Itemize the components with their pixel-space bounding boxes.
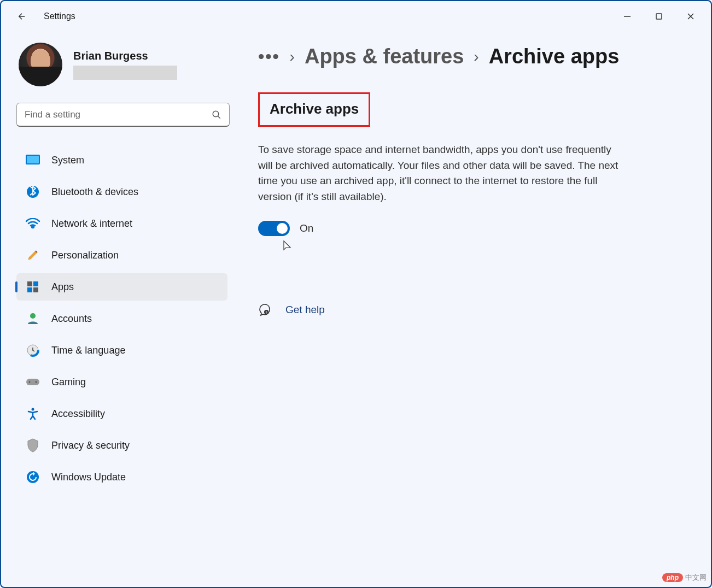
svg-rect-8 bbox=[33, 281, 38, 286]
sidebar-item-label: Gaming bbox=[51, 377, 86, 388]
archive-toggle-row: On bbox=[258, 221, 711, 236]
sidebar-item-label: Windows Update bbox=[51, 472, 126, 483]
sidebar: Brian Burgess System Bluetooth & devices… bbox=[1, 32, 236, 587]
sidebar-item-apps[interactable]: Apps bbox=[16, 273, 227, 301]
minimize-icon bbox=[623, 13, 631, 20]
svg-point-16 bbox=[36, 381, 37, 383]
sidebar-item-update[interactable]: Windows Update bbox=[16, 463, 227, 491]
breadcrumb: ••• › Apps & features › Archive apps bbox=[258, 45, 711, 68]
maximize-button[interactable] bbox=[643, 5, 675, 27]
search-box[interactable] bbox=[16, 103, 230, 127]
svg-point-11 bbox=[30, 313, 36, 319]
sidebar-item-privacy[interactable]: Privacy & security bbox=[16, 432, 227, 459]
system-icon bbox=[25, 152, 40, 168]
svg-rect-7 bbox=[27, 281, 32, 286]
chevron-right-icon: › bbox=[474, 48, 478, 66]
sidebar-item-label: Network & internet bbox=[51, 218, 132, 230]
profile-name: Brian Burgess bbox=[73, 50, 177, 62]
sidebar-item-label: Bluetooth & devices bbox=[51, 186, 138, 198]
breadcrumb-current: Archive apps bbox=[489, 45, 620, 68]
watermark-badge: php bbox=[662, 573, 683, 582]
gaming-icon bbox=[25, 374, 40, 390]
sidebar-item-label: Accounts bbox=[51, 313, 92, 325]
toggle-thumb bbox=[277, 223, 288, 234]
sidebar-item-gaming[interactable]: Gaming bbox=[16, 368, 227, 396]
bluetooth-icon bbox=[25, 184, 40, 199]
breadcrumb-ellipsis[interactable]: ••• bbox=[258, 46, 280, 67]
svg-rect-14 bbox=[26, 379, 39, 385]
titlebar: Settings bbox=[1, 1, 711, 32]
svg-rect-1 bbox=[656, 14, 662, 19]
avatar bbox=[19, 43, 62, 86]
sidebar-item-system[interactable]: System bbox=[16, 146, 227, 174]
archive-toggle[interactable] bbox=[258, 221, 290, 236]
shield-icon bbox=[25, 438, 40, 453]
nav-list: System Bluetooth & devices Network & int… bbox=[16, 146, 227, 491]
sidebar-item-bluetooth[interactable]: Bluetooth & devices bbox=[16, 178, 227, 205]
close-button[interactable] bbox=[675, 5, 707, 27]
profile-email bbox=[73, 66, 177, 80]
watermark: php 中文网 bbox=[662, 573, 707, 583]
search-input[interactable] bbox=[25, 109, 212, 120]
svg-rect-9 bbox=[27, 287, 32, 292]
sidebar-item-label: System bbox=[51, 155, 84, 166]
sidebar-item-accounts[interactable]: Accounts bbox=[16, 305, 227, 332]
accessibility-icon bbox=[25, 406, 40, 421]
close-icon bbox=[687, 13, 695, 20]
breadcrumb-parent[interactable]: Apps & features bbox=[305, 45, 464, 68]
svg-point-17 bbox=[32, 408, 34, 411]
sidebar-item-personalization[interactable]: Personalization bbox=[16, 242, 227, 269]
cursor-icon bbox=[283, 240, 711, 255]
watermark-text: 中文网 bbox=[685, 573, 707, 583]
page-description: To save storage space and internet bandw… bbox=[258, 142, 619, 204]
sidebar-item-label: Privacy & security bbox=[51, 440, 130, 451]
help-row: ? Get help bbox=[258, 303, 711, 316]
minimize-button[interactable] bbox=[611, 5, 643, 27]
accounts-icon bbox=[25, 311, 40, 326]
svg-point-2 bbox=[213, 111, 219, 117]
svg-rect-5 bbox=[27, 156, 39, 163]
sidebar-item-time[interactable]: Time & language bbox=[16, 337, 227, 364]
app-title: Settings bbox=[44, 11, 75, 21]
maximize-icon bbox=[655, 13, 663, 20]
svg-rect-10 bbox=[33, 287, 38, 292]
sidebar-item-network[interactable]: Network & internet bbox=[16, 210, 227, 237]
sidebar-item-label: Apps bbox=[51, 281, 74, 293]
main-content: ••• › Apps & features › Archive apps Arc… bbox=[236, 32, 711, 587]
sidebar-item-label: Time & language bbox=[51, 345, 125, 356]
svg-point-15 bbox=[29, 381, 31, 383]
clock-icon bbox=[25, 343, 40, 358]
window-controls bbox=[611, 5, 707, 27]
svg-text:?: ? bbox=[265, 311, 267, 314]
chevron-right-icon: › bbox=[290, 48, 295, 66]
sidebar-item-label: Personalization bbox=[51, 250, 119, 261]
profile[interactable]: Brian Burgess bbox=[19, 43, 227, 86]
help-icon: ? bbox=[258, 303, 271, 316]
get-help-link[interactable]: Get help bbox=[285, 304, 325, 316]
svg-line-3 bbox=[218, 116, 220, 119]
page-title: Archive apps bbox=[258, 92, 370, 127]
brush-icon bbox=[25, 248, 40, 263]
update-icon bbox=[25, 469, 40, 485]
sidebar-item-accessibility[interactable]: Accessibility bbox=[16, 400, 227, 427]
arrow-left-icon bbox=[17, 11, 27, 21]
sidebar-item-label: Accessibility bbox=[51, 408, 105, 420]
wifi-icon bbox=[25, 216, 40, 231]
search-icon bbox=[212, 110, 221, 120]
back-button[interactable] bbox=[10, 4, 34, 28]
apps-icon bbox=[25, 279, 40, 295]
toggle-state-label: On bbox=[300, 222, 313, 234]
